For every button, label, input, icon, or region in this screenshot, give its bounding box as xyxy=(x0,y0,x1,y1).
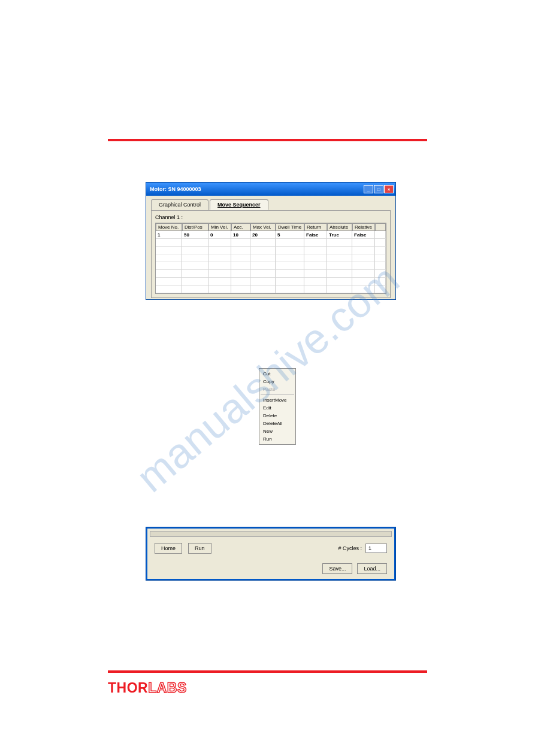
col-dwell[interactable]: Dwell Time xyxy=(276,223,304,231)
minimize-button[interactable]: _ xyxy=(364,185,373,193)
cell-return: False xyxy=(304,231,327,239)
context-run[interactable]: Run xyxy=(261,435,294,443)
cell-absolute: True xyxy=(327,231,352,239)
table-row[interactable]: 1 50 0 10 20 5 False True False xyxy=(156,231,386,239)
context-menu: Cut Copy Paste InsertMove Edit Delete De… xyxy=(259,368,296,445)
sequencer-panel: Channel 1 : Move No. Dist/Pos Min Vel. A… xyxy=(151,210,391,298)
control-row: Home Run # Cycles : xyxy=(150,541,392,556)
col-minvel[interactable]: Min Vel. xyxy=(208,223,231,231)
divider-bottom xyxy=(108,670,427,673)
tab-move-sequencer[interactable]: Move Sequencer xyxy=(210,199,268,210)
cycles-input[interactable] xyxy=(365,544,387,553)
table-row[interactable] xyxy=(156,278,386,286)
table-row[interactable] xyxy=(156,247,386,254)
bottom-panel: Home Run # Cycles : Save... Load... xyxy=(146,527,396,581)
motor-window: Motor: SN 94000003 _ □ × Graphical Contr… xyxy=(146,182,396,300)
tab-graphical-control[interactable]: Graphical Control xyxy=(151,199,208,210)
col-distpos[interactable]: Dist/Pos xyxy=(182,223,208,231)
context-copy[interactable]: Copy xyxy=(261,378,294,385)
file-row: Save... Load... xyxy=(150,560,392,576)
col-acc[interactable]: Acc. xyxy=(231,223,250,231)
cycles-label: # Cycles : xyxy=(338,545,362,551)
home-button[interactable]: Home xyxy=(155,543,182,554)
channel-label: Channel 1 : xyxy=(155,214,386,220)
col-spacer xyxy=(375,223,386,231)
bottom-inner: Home Run # Cycles : Save... Load... xyxy=(147,529,394,579)
col-moveno[interactable]: Move No. xyxy=(156,223,182,231)
cell-distpos: 50 xyxy=(182,231,208,239)
context-deleteall[interactable]: DeleteAll xyxy=(261,420,294,427)
status-strip xyxy=(150,531,392,537)
table-header: Move No. Dist/Pos Min Vel. Acc. Max Vel.… xyxy=(156,223,386,231)
run-button[interactable]: Run xyxy=(188,543,211,554)
window-title: Motor: SN 94000003 xyxy=(150,186,201,192)
window-body: Graphical Control Move Sequencer Channel… xyxy=(146,196,395,299)
col-return[interactable]: Return xyxy=(304,223,327,231)
cell-moveno: 1 xyxy=(156,231,182,239)
cell-maxvel: 20 xyxy=(250,231,276,239)
load-button[interactable]: Load... xyxy=(357,563,387,574)
tab-strip: Graphical Control Move Sequencer xyxy=(147,197,394,210)
cell-dwell: 5 xyxy=(276,231,304,239)
divider-top xyxy=(108,139,427,141)
table-row[interactable] xyxy=(156,254,386,262)
context-new[interactable]: New xyxy=(261,427,294,435)
logo-thor: THOR xyxy=(108,680,148,696)
context-delete[interactable]: Delete xyxy=(261,412,294,420)
window-controls: _ □ × xyxy=(364,185,394,193)
col-relative[interactable]: Relative xyxy=(352,223,375,231)
save-button[interactable]: Save... xyxy=(322,563,352,574)
context-paste: Paste xyxy=(261,385,294,393)
cell-spacer xyxy=(375,231,386,239)
table-row[interactable] xyxy=(156,270,386,278)
col-maxvel[interactable]: Max Vel. xyxy=(250,223,276,231)
context-edit[interactable]: Edit xyxy=(261,404,294,412)
col-absolute[interactable]: Absolute xyxy=(327,223,352,231)
thorlabs-logo: THORLABS xyxy=(108,680,187,696)
move-table[interactable]: Move No. Dist/Pos Min Vel. Acc. Max Vel.… xyxy=(155,223,386,294)
table-row[interactable] xyxy=(156,262,386,270)
close-button[interactable]: × xyxy=(384,185,394,193)
context-cut[interactable]: Cut xyxy=(261,370,294,378)
logo-labs: LABS xyxy=(148,680,187,696)
cell-acc: 10 xyxy=(231,231,250,239)
context-separator xyxy=(261,394,294,395)
titlebar[interactable]: Motor: SN 94000003 _ □ × xyxy=(146,183,395,196)
table-row[interactable] xyxy=(156,239,386,247)
cell-relative: False xyxy=(352,231,375,239)
context-insertmove[interactable]: InsertMove xyxy=(261,396,294,404)
cell-minvel: 0 xyxy=(208,231,231,239)
table-row[interactable] xyxy=(156,286,386,293)
maximize-button[interactable]: □ xyxy=(374,185,383,193)
